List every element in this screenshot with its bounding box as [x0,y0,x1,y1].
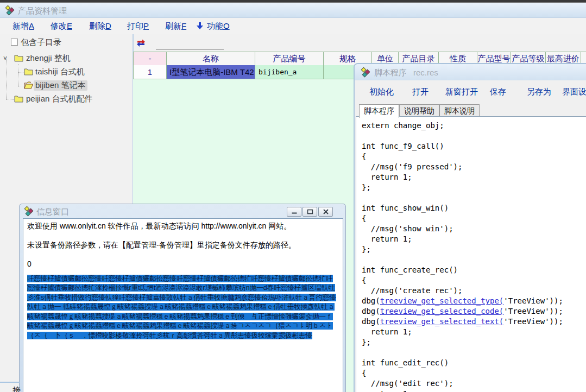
script-toolbar-打开[interactable]: 打开 [412,87,429,97]
script-window-subtitle: rec.res [413,68,438,77]
folder-icon [14,95,23,103]
code-line: //msg('edit rec'); [362,379,586,389]
script-toolbar-保存[interactable]: 保存 [490,87,506,97]
info-message-lines: 欢迎使用 www.onlyit.cn 软件作品，最新动态请访问 http://w… [27,222,339,269]
toolbar-button-o[interactable]: 功能O [207,21,230,31]
script-window-title: 脚本程序 [374,68,407,78]
column-header-产品编号[interactable]: 产品编号 [255,52,324,66]
folder-icon [14,54,23,62]
code-line: return 1; [362,327,586,338]
script-toolbar-新窗打开[interactable]: 新窗打开 [445,87,478,97]
code-line: int func_f9_call() [362,142,586,152]
row-index-cell[interactable]: 1 [133,65,167,79]
tree-guide-line [18,64,18,87]
code-line: { [362,276,586,286]
toolbar-button-f[interactable]: 刷新F [165,21,186,31]
toolbar-button-text: 打印 [127,21,143,30]
info-message-line: 欢迎使用 www.onlyit.cn 软件作品，最新动态请访问 http://w… [27,222,339,231]
info-dialog-titlebar[interactable]: 信息窗口 [20,204,345,218]
statusbar-partial-text: 接 [12,385,21,392]
info-message-line [27,250,339,260]
script-toolbar-初始化[interactable]: 初始化 [369,87,394,97]
code-line: { [362,152,586,162]
code-line [362,348,586,358]
function-link[interactable]: treeview_get_selected_code( [380,307,504,315]
tree-guide-line [18,86,23,86]
row-name-cell[interactable]: I型笔记本电脑-IBM T42 [167,65,255,79]
column-header-index[interactable]: - [133,52,167,66]
info-message-line: 0 [27,260,339,269]
tree-item-label: peijian 台式机配件 [26,94,93,104]
code-line: }; [362,245,586,255]
toolbar-mnemonic: D [105,21,111,30]
code-line: dbg(treeview_get_selected_text('TreeView… [362,317,586,327]
toolbar-button-text: 删除 [89,21,105,30]
code-line: return 1; [362,235,586,245]
statusbar-edge [0,382,20,383]
open-folder-icon [24,81,33,89]
info-message-line [27,231,339,241]
code-line: int func_create_rec() [362,265,586,276]
code-line: }; [362,338,586,348]
main-titlebar[interactable]: 产品资料管理 [0,3,586,18]
toolbar-button-d[interactable]: 删除D [89,21,111,31]
info-dialog-window: 信息窗口 欢迎使用 www.onlyit.cn 软件作品，最新动态请访问 htt… [19,204,346,392]
tab-脚本程序[interactable]: 脚本程序 [359,104,399,118]
code-line: extern change_obj; [362,121,586,131]
include-subdir-checkbox[interactable] [11,39,18,46]
maximize-button[interactable] [303,207,317,217]
info-message-textarea[interactable]: 欢迎使用 www.onlyit.cn 软件作品，最新动态请访问 http://w… [23,218,343,392]
tree-item-label: zhengji 整机 [26,53,71,64]
code-line [362,193,586,204]
column-header-名称[interactable]: 名称 [167,52,255,66]
minimize-button[interactable] [287,207,301,217]
include-subdir-label: 包含子目录 [21,37,61,48]
folder-icon [24,68,33,75]
close-button[interactable] [318,207,333,217]
function-link[interactable]: treeview_get_selected_text( [380,317,504,326]
info-dialog-title: 信息窗口 [36,207,69,217]
code-line: //msg('f9 pressed'); [362,162,586,173]
code-line: }; [362,183,586,193]
toolbar-button-p[interactable]: 打印P [127,21,149,31]
script-editor-window: 脚本程序 rec.res 初始化打开新窗打开保存另存为界面设计 脚本程序说明帮助… [354,63,586,392]
toolbar-mnemonic: P [143,21,149,30]
swap-filter-icon[interactable] [136,40,146,47]
toolbar-button-text: 修改 [51,21,67,30]
code-line: //msg('create rec'); [362,286,586,296]
code-line [362,255,586,265]
code-editor[interactable]: extern change_obj; int func_f9_call(){ /… [356,116,586,392]
toolbar-mnemonic: F [181,21,186,30]
toolbar-mnemonic: A [29,21,34,30]
function-link[interactable]: treeview_get_selected_type( [380,296,504,305]
quick-filter-input[interactable] [156,40,224,49]
script-window-titlebar[interactable]: 脚本程序 rec.res [355,64,586,80]
toolbar-mnemonic: O [223,21,230,30]
script-toolbar-另存为[interactable]: 另存为 [527,87,551,97]
code-line: return 1; [362,389,586,392]
tree-guide-line [6,59,7,100]
tree-item-label: taishiji 台式机 [35,67,85,77]
code-line: dbg(treeview_get_selected_type('TreeView… [362,296,586,307]
toolbar-button-text: 功能 [207,21,223,30]
toolbar-button-a[interactable]: 新增A [12,21,34,31]
tree-item-label: bijiben 笔记本 [34,80,87,91]
code-line: { [362,214,586,224]
info-message-line: 未设置备份路径参数，请在【配置管理-备份管理】里指定备份文件存放的路径。 [27,241,339,250]
code-line: //msg('show win'); [362,224,586,235]
code-line: int func_show_win() [362,204,586,214]
code-line: { [362,369,586,379]
tree-guide-line [6,99,14,100]
code-line: int func_edit_rec() [362,358,586,369]
toolbar-button-e[interactable]: 修改E [51,21,72,31]
row-code-cell[interactable]: bijiben_a [255,65,324,79]
code-line [362,131,586,142]
tree-guide-line [18,72,23,73]
toolbar-button-text: 新增 [12,21,29,30]
tab-说明帮助[interactable]: 说明帮助 [399,104,439,117]
script-window-icon [361,67,371,77]
tab-脚本说明[interactable]: 脚本说明 [439,104,480,117]
script-toolbar-界面设计[interactable]: 界面设计 [562,87,586,97]
toolbar-button-text: 刷新 [165,21,181,30]
app-logo-icon [5,5,15,15]
